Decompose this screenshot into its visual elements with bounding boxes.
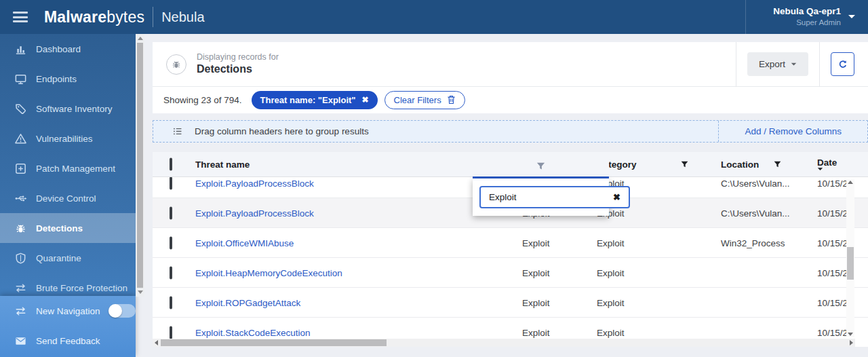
sort-desc-icon — [817, 168, 841, 172]
sidebar-item-software-inventory[interactable]: Software Inventory — [0, 94, 136, 124]
category-filter-icon[interactable] — [680, 160, 689, 169]
location-cell: C:\Users\Vulan... — [721, 178, 790, 188]
export-label: Export — [759, 59, 785, 69]
row-checkbox[interactable] — [170, 206, 172, 219]
row-checkbox[interactable] — [170, 326, 172, 339]
threat-name-link[interactable]: Exploit.PayloadProcessBlock — [195, 178, 314, 188]
sidebar-scrollbar-thumb[interactable] — [137, 43, 143, 288]
category-cell: Exploit — [597, 267, 625, 278]
remove-filter-icon[interactable]: ✖ — [362, 95, 369, 105]
sidebar-item-vulnerabilities[interactable]: Vulnerabilities — [0, 124, 136, 153]
sidebar-item-label: Patch Management — [36, 164, 115, 174]
page-header-card: Displaying records for Detections Export… — [153, 42, 868, 113]
category-cell: Exploit — [597, 327, 625, 337]
filter-chip-label: Threat name: "Exploit" — [260, 95, 356, 105]
clear-filters-label: Clear Filters — [394, 95, 441, 105]
location-filter-icon[interactable] — [773, 160, 782, 169]
sidebar-item-detections[interactable]: Detections — [0, 213, 136, 243]
envelope-icon — [14, 335, 28, 347]
column-header-location[interactable]: Location — [721, 159, 759, 170]
filter-funnel-icon — [536, 161, 546, 171]
export-button[interactable]: Export — [747, 52, 808, 76]
sidebar-item-label: Quarantine — [36, 253, 81, 263]
clear-input-icon[interactable]: ✖ — [613, 192, 620, 202]
table-horizontal-scrollbar[interactable] — [153, 339, 855, 347]
sidebar-item-endpoints[interactable]: Endpoints — [0, 64, 136, 94]
vertical-scrollbar-thumb[interactable] — [847, 247, 854, 280]
filtered-column-header[interactable] — [473, 155, 609, 178]
group-by-bar[interactable]: Drag column headers here to group result… — [153, 120, 868, 143]
threat-name-link[interactable]: Exploit.HeapMemoryCodeExecution — [195, 267, 342, 278]
plus-square-icon — [14, 162, 28, 175]
warning-triangle-icon — [14, 132, 28, 145]
sidebar-item-patch-management[interactable]: Patch Management — [0, 153, 136, 183]
monitor-icon — [14, 73, 28, 86]
row-checkbox[interactable] — [170, 236, 172, 249]
clear-filters-button[interactable]: Clear Filters — [384, 91, 465, 109]
sidebar-item-label: Dashboard — [36, 44, 81, 54]
main-content: Displaying records for Detections Export… — [144, 34, 868, 357]
threat-name-link[interactable]: Exploit.ROPGadgetAttack — [195, 297, 300, 307]
sidebar-item-label: New Navigation — [36, 306, 100, 316]
product-name: Nebula — [161, 10, 204, 25]
scroll-down-icon[interactable] — [848, 333, 853, 336]
sidebar-item-label: Brute Force Protection — [36, 283, 127, 293]
sidebar-item-label: Vulnerabilities — [36, 134, 93, 144]
group-list-icon — [172, 126, 183, 137]
table-row[interactable]: Exploit.OfficeWMIAbuse Exploit Exploit W… — [153, 228, 868, 258]
sidebar-item-send-feedback[interactable]: Send Feedback — [0, 326, 136, 356]
select-all-checkbox[interactable] — [170, 158, 172, 171]
filter-input[interactable] — [489, 192, 609, 202]
brand-bold: Malware — [44, 8, 106, 26]
row-checkbox[interactable] — [170, 266, 172, 279]
scroll-down-icon[interactable] — [138, 290, 143, 294]
sidebar-item-quarantine[interactable]: Quarantine — [0, 243, 136, 273]
type-cell: Exploit — [522, 238, 550, 248]
type-cell: Exploit — [522, 327, 550, 337]
table-row[interactable]: Exploit.ROPGadgetAttack Exploit Exploit … — [153, 288, 868, 318]
sidebar-item-dashboard[interactable]: Dashboard — [0, 34, 136, 64]
sidebar-item-new-navigation[interactable]: New Navigation — [0, 296, 136, 326]
showing-count: Showing 23 of 794. — [163, 95, 242, 105]
row-checkbox[interactable] — [170, 296, 172, 309]
usb-icon — [14, 192, 28, 205]
threat-name-link[interactable]: Exploit.OfficeWMIAbuse — [195, 238, 294, 248]
table-vertical-scrollbar[interactable] — [846, 179, 854, 337]
category-cell: Exploit — [597, 238, 625, 248]
chevron-down-icon — [791, 62, 797, 67]
column-header-date[interactable]: Date — [817, 157, 841, 172]
malwarebytes-logo: Malwarebytes — [44, 8, 144, 26]
scroll-up-icon[interactable] — [848, 181, 853, 184]
column-header-threat-name[interactable]: Threat name — [195, 159, 250, 170]
account-menu[interactable]: Nebula Qa-epr1 Super Admin — [746, 6, 868, 27]
filter-input-wrap: ✖ — [479, 186, 630, 208]
add-remove-columns-link[interactable]: Add / Remove Columns — [718, 121, 867, 142]
horizontal-scrollbar-thumb[interactable] — [161, 339, 387, 346]
page-title: Detections — [197, 62, 279, 76]
threat-name-link[interactable]: Exploit.StackCodeExecution — [195, 327, 311, 337]
filter-editor-panel: ✖ — [473, 178, 609, 216]
type-cell: Exploit — [522, 297, 550, 307]
table-row[interactable]: Exploit.StackCodeExecution Exploit Explo… — [153, 318, 868, 339]
active-filter-chip[interactable]: Threat name: "Exploit" ✖ — [252, 91, 378, 109]
new-navigation-toggle[interactable] — [108, 304, 136, 318]
location-cell: Win32_Process — [721, 238, 785, 248]
account-role: Super Admin — [773, 18, 841, 27]
brand-light: bytes — [106, 8, 144, 26]
scroll-up-icon[interactable] — [138, 37, 143, 40]
sidebar: Dashboard Endpoints Software Inventory V… — [0, 34, 136, 357]
chart-bars-icon — [14, 43, 28, 56]
row-checkbox[interactable] — [170, 177, 172, 189]
brand-divider — [153, 7, 153, 27]
hamburger-menu-icon[interactable] — [13, 12, 28, 22]
sidebar-item-label: Send Feedback — [36, 336, 100, 346]
threat-name-link[interactable]: Exploit.PayloadProcessBlock — [195, 208, 314, 218]
scroll-left-icon[interactable] — [155, 340, 158, 345]
refresh-button[interactable] — [831, 52, 854, 76]
sidebar-scrollbar[interactable] — [136, 34, 144, 297]
table-row[interactable]: Exploit.HeapMemoryCodeExecution Exploit … — [153, 258, 868, 288]
location-cell: C:\Users\Vulan... — [721, 208, 790, 218]
shield-icon — [14, 252, 28, 265]
sidebar-item-device-control[interactable]: Device Control — [0, 183, 136, 213]
scroll-right-icon[interactable] — [850, 340, 853, 345]
